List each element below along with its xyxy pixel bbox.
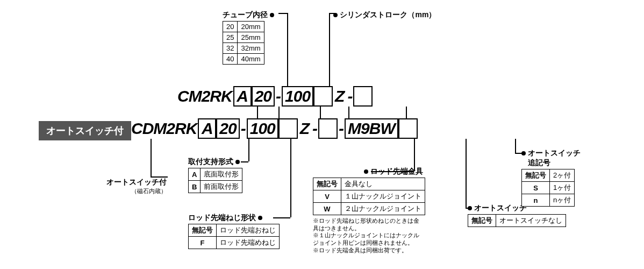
autoswitch-with-section: オートスイッチ付 （磁石内蔵）: [97, 178, 167, 195]
suffix-r0c0: 無記号: [522, 169, 550, 182]
autoswitch-with-sub: （磁石内蔵）: [97, 187, 167, 195]
row2-slot-mount: A: [198, 118, 216, 139]
autoswitch-suffix-section: オートスイッチ 追記号 無記号2ヶ付 S1ヶ付 nnヶ付: [521, 148, 581, 207]
auto-switch-badge: オートスイッチ付: [39, 121, 131, 140]
tube-title: チューブ内径: [223, 10, 274, 20]
row1-dash2: -: [346, 87, 353, 105]
rod-thread-title: ロッド先端ねじ形状: [188, 213, 256, 222]
autoswitch-r0c0: 無記号: [468, 215, 496, 227]
tube-r2c0: 32: [223, 43, 238, 54]
row2-z: Z: [298, 119, 311, 138]
rod-end-note-1: ※１山ナックルジョイントにはナックルジョイント用ピンは同梱されません。: [313, 232, 420, 246]
mount-table: A底面取付形 B前面取付形: [188, 168, 242, 193]
row1-prefix: CM2RK: [177, 87, 232, 105]
suffix-r2c0: n: [522, 194, 550, 207]
row2-slot-stroke: 100: [247, 118, 278, 139]
row2-slot-suffix: [398, 118, 418, 139]
part-row-2: CDM2RK A 20 - 100 Z - - M9BW: [131, 118, 418, 139]
row1-dash1: -: [275, 87, 282, 105]
row2-slot-switch: M9BW: [345, 118, 398, 139]
suffix-r1c1: 1ヶ付: [550, 182, 575, 194]
rod-end-r1c1: １山ナックルジョイント: [341, 190, 425, 203]
row2-slot-bore: 20: [216, 118, 239, 139]
tube-r3c0: 40: [223, 54, 238, 65]
suffix-r0c1: 2ヶ付: [550, 169, 575, 182]
part-row-1: CM2RK A 20 - 100 Z -: [177, 86, 373, 107]
rod-end-note-2: ※ロッド先端金具は同梱出荷です。: [313, 247, 420, 254]
row2-dash3: -: [338, 119, 345, 138]
rod-end-r0c1: 金具なし: [341, 178, 425, 190]
rod-end-notes: ※ロッド先端ねじ形状めねじのときは金具はつきません。 ※１山ナックルジョイントに…: [313, 217, 420, 254]
mount-section: 取付支持形式 A底面取付形 B前面取付形: [188, 157, 242, 193]
rod-end-dot: [364, 169, 368, 174]
rod-thread-section: ロッド先端ねじ形状 無記号ロッド先端おねじ Fロッド先端めねじ: [188, 213, 280, 249]
autoswitch-with-title: オートスイッチ付: [97, 178, 167, 187]
row2-slot-thread: [278, 118, 298, 139]
mount-r0c1: 底面取付形: [201, 168, 242, 181]
suffix-title1: オートスイッチ: [528, 148, 581, 157]
mount-title: 取付支持形式: [188, 157, 233, 166]
stroke-title: シリンダストローク（mm）: [340, 10, 436, 19]
suffix-title2: 追記号: [521, 158, 581, 168]
rod-thread-r1c0: F: [189, 237, 217, 249]
rod-thread-table: 無記号ロッド先端おねじ Fロッド先端めねじ: [188, 224, 280, 249]
mount-r0c0: A: [189, 168, 201, 181]
tube-title-text: チューブ内径: [223, 10, 268, 19]
rod-thread-r1c1: ロッド先端めねじ: [217, 237, 280, 249]
rod-thread-dot: [258, 216, 262, 220]
tube-dot: [270, 13, 274, 17]
tube-r0c0: 20: [223, 22, 238, 32]
stroke-section: シリンダストローク（mm）: [333, 10, 436, 20]
row2-slot-rodend: [318, 118, 338, 139]
rod-end-r0c0: 無記号: [313, 178, 341, 190]
rod-end-r1c0: V: [313, 190, 341, 203]
row2-dash1: -: [240, 119, 247, 138]
autoswitch-r0c1: オートスイッチなし: [496, 215, 566, 227]
rod-end-r2c1: ２山ナックルジョイント: [341, 203, 425, 215]
rod-end-r2c0: W: [313, 203, 341, 215]
row2-prefix: CDM2RK: [131, 119, 197, 138]
mount-dot: [235, 160, 240, 164]
rod-thread-r0c0: 無記号: [189, 224, 217, 237]
suffix-r2c1: nヶ付: [550, 194, 575, 207]
tube-r1c0: 25: [223, 32, 238, 43]
mount-r1c1: 前面取付形: [201, 181, 242, 193]
row1-slot-bore: 20: [252, 86, 275, 107]
tube-table: 2020mm 2525mm 3232mm 4040mm: [223, 21, 264, 65]
autoswitch-section: オートスイッチ 無記号オートスイッチなし: [468, 203, 566, 227]
rod-end-note-0: ※ロッド先端ねじ形状めねじのときは金具はつきません。: [313, 217, 420, 232]
rod-end-section: ロッド先端金具 無記号金具なし V１山ナックルジョイント W２山ナックルジョイン…: [313, 167, 425, 254]
autoswitch-table: 無記号オートスイッチなし: [468, 214, 566, 227]
row1-slot-stroke: 100: [282, 86, 313, 107]
row1-z: Z: [333, 87, 346, 105]
row1-slot-thread: [313, 86, 333, 107]
rod-thread-r0c1: ロッド先端おねじ: [217, 224, 280, 237]
tube-r0c1: 20mm: [238, 22, 264, 32]
mount-r1c0: B: [189, 181, 201, 193]
row2-dash2: -: [311, 119, 318, 138]
tube-r1c1: 25mm: [238, 32, 264, 43]
autoswitch-title: オートスイッチ: [474, 203, 527, 212]
autoswitch-suffix-table: 無記号2ヶ付 S1ヶ付 nnヶ付: [521, 169, 575, 207]
row1-slot-rodend: [353, 86, 373, 107]
tube-r3c1: 40mm: [238, 54, 264, 65]
tube-diameter-section: チューブ内径 2020mm 2525mm 3232mm 4040mm: [223, 10, 274, 65]
row1-slot-mount: A: [233, 86, 252, 107]
suffix-r1c0: S: [522, 182, 550, 194]
rod-end-table: 無記号金具なし V１山ナックルジョイント W２山ナックルジョイント: [313, 178, 425, 215]
tube-r2c1: 32mm: [238, 43, 264, 54]
